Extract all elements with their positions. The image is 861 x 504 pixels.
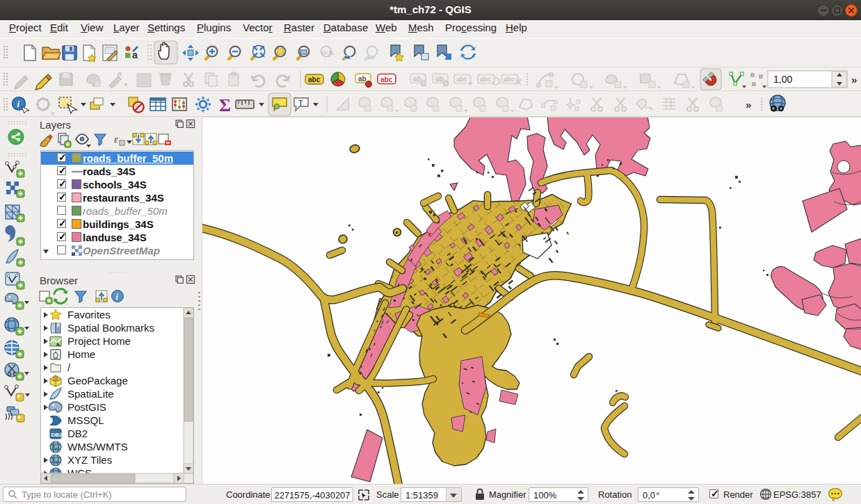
svg-text:»: » [851,74,857,86]
svg-text:XYZ Tiles: XYZ Tiles [67,454,112,466]
svg-text:i: i [17,99,20,109]
svg-text:Σ: Σ [219,95,231,115]
svg-text:*: * [17,393,21,402]
svg-text:Project Home: Project Home [67,335,131,347]
svg-text:T: T [298,99,303,107]
svg-text:»: » [746,99,751,111]
svg-text:/: / [67,361,71,373]
svg-text:ε: ε [114,133,118,145]
svg-text:DB2: DB2 [51,432,63,438]
svg-text:Home: Home [67,348,95,360]
svg-text:ab: ab [413,75,421,83]
svg-text:Spatial Bookmarks: Spatial Bookmarks [67,322,154,334]
svg-text:GeoPackage: GeoPackage [67,375,128,387]
svg-text:(1:1): (1:1) [322,49,333,56]
svg-text:ab: ab [435,75,444,83]
svg-text:*: * [18,414,22,423]
svg-text:WMS/WMTS: WMS/WMTS [67,441,128,453]
svg-text:PostGIS: PostGIS [67,401,106,413]
svg-text:abc: abc [480,76,491,83]
svg-text:ab: ab [358,75,367,83]
svg-text:a: a [132,49,138,60]
svg-text:abc: abc [308,76,321,83]
svg-text:SpatiaLite: SpatiaLite [67,388,114,400]
svg-text:MSSQL: MSSQL [67,414,104,426]
svg-text:abc: abc [504,76,515,83]
svg-text:abc: abc [456,76,467,83]
svg-text:DB2: DB2 [67,428,88,439]
svg-text:abc: abc [380,76,393,83]
svg-text:1,00: 1,00 [773,74,792,85]
svg-text:Favorites: Favorites [67,309,111,320]
